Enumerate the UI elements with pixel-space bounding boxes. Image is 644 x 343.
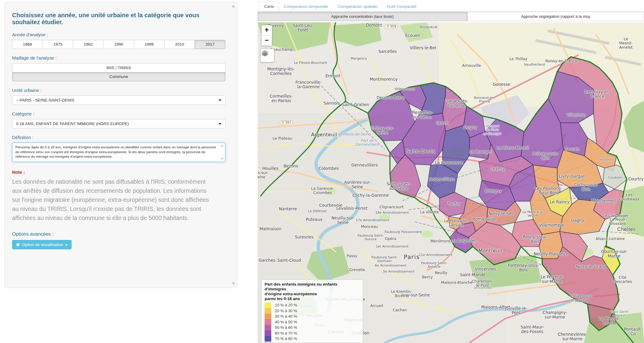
gear-icon xyxy=(16,243,20,247)
caret-up-icon xyxy=(65,244,68,245)
year-button-1999[interactable]: 1999 xyxy=(134,40,164,49)
textarea-scroll-up-icon[interactable] xyxy=(221,145,223,147)
legend-label: 30 % à 40 % xyxy=(275,314,297,319)
map-canvas[interactable]: TavernySaint-Leu- ForêtDomontD 909Bouque… xyxy=(258,22,644,343)
legend-row: Secret Statistique xyxy=(265,341,360,343)
zoom-in-button[interactable]: + xyxy=(262,25,272,36)
categorie-select[interactable]: 0-18 ANS, ENFANT DE PARENT IMMIGRE (HORS… xyxy=(12,119,225,128)
year-label: Année d'analyse : xyxy=(12,32,225,37)
subtab-segregation[interactable]: Approche ségrégation (rapport à la moy xyxy=(467,12,644,21)
legend-label: 50 % à 60 % xyxy=(275,325,297,330)
sidebar-panel: Choisissez une année, une unité urbaine … xyxy=(5,2,237,288)
tab-outil-comparatif[interactable]: Outil Comparatif xyxy=(382,1,421,11)
subtab-concentration[interactable]: Approche concentration (taux bruts) xyxy=(258,12,467,21)
legend-title: Part des enfants immigrés ou enfants d'i… xyxy=(265,282,360,301)
legend-swatch xyxy=(265,341,271,343)
maillage-label: Maillage de l'analyse : xyxy=(12,55,225,60)
textarea-scroll-down-icon[interactable] xyxy=(221,158,223,160)
legend-row: 20 % à 30 % xyxy=(265,308,360,314)
year-group: 1968197519821990199920102017 xyxy=(12,40,225,49)
unite-urbaine-select[interactable]: ~ PARIS - SEINE-SAINT-DENIS xyxy=(12,95,225,105)
zoom-control: + − xyxy=(261,25,272,46)
categorie-value: 0-18 ANS, ENFANT DE PARENT IMMIGRE (HORS… xyxy=(16,121,129,126)
legend-label: 10 % à 20 % xyxy=(275,303,297,307)
map-pane: CarteComparaison temporelleComparaison s… xyxy=(258,0,644,343)
definition-text: Personne âgée de 0 à 18 ans, immigrée d'… xyxy=(15,145,216,158)
year-button-1975[interactable]: 1975 xyxy=(43,40,73,49)
option-visualisation-label: Option de visualisation xyxy=(22,242,63,247)
note-text: Les données de nationalité ne sont pas d… xyxy=(12,177,211,222)
chevron-down-icon xyxy=(218,99,221,101)
year-button-1968[interactable]: 1968 xyxy=(12,40,43,49)
maillage-group: IRIS / TRIRISCommune xyxy=(12,63,225,81)
year-button-1982[interactable]: 1982 xyxy=(73,40,103,49)
note-label: Note : xyxy=(12,170,225,175)
scroll-up-icon[interactable] xyxy=(232,5,235,7)
legend-label: 20 % à 30 % xyxy=(275,309,297,313)
approach-toggle: Approche concentration (taux bruts)Appro… xyxy=(258,12,644,21)
chevron-down-icon xyxy=(218,123,221,125)
year-button-1990[interactable]: 1990 xyxy=(103,40,134,49)
sidebar-scrollbar[interactable] xyxy=(232,3,236,287)
legend-swatch xyxy=(265,330,271,336)
legend-swatch xyxy=(265,336,271,342)
layers-button[interactable] xyxy=(260,48,274,62)
tab-carte[interactable]: Carte xyxy=(259,1,279,11)
legend-row: 40 % à 50 % xyxy=(265,319,360,325)
legend-swatch xyxy=(265,308,271,314)
definition-textarea[interactable]: Personne âgée de 0 à 18 ans, immigrée d'… xyxy=(12,143,225,162)
unite-label: Unité urbaine : xyxy=(12,88,225,93)
tab-bar: CarteComparaison temporelleComparaison s… xyxy=(258,1,644,12)
legend-swatch xyxy=(265,303,271,308)
legend-label: 60 % à 70 % xyxy=(275,331,297,335)
legend-rows: 10 % à 20 %20 % à 30 %30 % à 40 %40 % à … xyxy=(265,303,360,343)
legend-row: 70 % à 80 % xyxy=(265,336,360,342)
zoom-out-button[interactable]: − xyxy=(262,36,272,46)
categorie-label: Catégorie : xyxy=(12,111,225,116)
legend-row: 50 % à 60 % xyxy=(265,325,360,331)
unite-urbaine-value: ~ PARIS - SEINE-SAINT-DENIS xyxy=(16,98,74,102)
page-title: Choisissez une année, une unité urbaine … xyxy=(12,12,225,26)
tab-comparaison-spatiale[interactable]: Comparaison spatiale xyxy=(333,1,382,11)
tab-comparaison-temporelle[interactable]: Comparaison temporelle xyxy=(279,1,333,11)
scroll-down-icon[interactable] xyxy=(232,283,235,285)
layers-icon xyxy=(261,49,269,57)
legend-row: 10 % à 20 % xyxy=(265,303,360,308)
legend-swatch xyxy=(265,314,271,319)
option-visualisation-button[interactable]: Option de visualisation xyxy=(12,240,72,249)
map-legend: Part des enfants immigrés ou enfants d'i… xyxy=(261,280,363,343)
legend-swatch xyxy=(265,319,271,325)
legend-row: 60 % à 70 % xyxy=(265,330,360,336)
year-button-2017[interactable]: 2017 xyxy=(195,40,225,49)
options-avancees-label: Options avancées : xyxy=(12,231,225,237)
maillage-button-iris-triris[interactable]: IRIS / TRIRIS xyxy=(12,63,225,72)
maillage-button-commune[interactable]: Commune xyxy=(12,72,225,81)
definition-label: Définition : xyxy=(12,135,225,140)
legend-row: 30 % à 40 % xyxy=(265,314,360,319)
legend-label: 40 % à 50 % xyxy=(275,320,297,324)
year-button-2010[interactable]: 2010 xyxy=(164,40,195,49)
legend-label: 70 % à 80 % xyxy=(275,336,297,341)
legend-swatch xyxy=(265,325,271,331)
